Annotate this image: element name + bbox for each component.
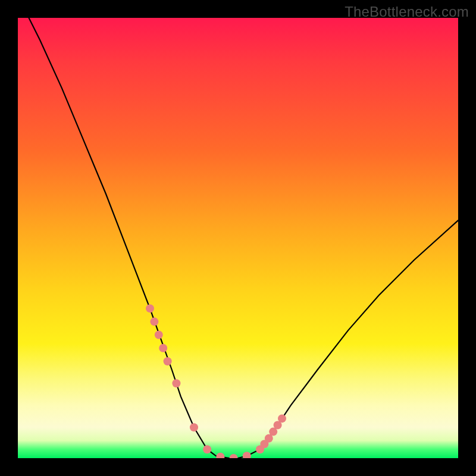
data-point — [216, 453, 224, 458]
data-point — [230, 454, 238, 458]
data-point — [190, 423, 198, 431]
data-point — [159, 344, 167, 352]
watermark-text: TheBottleneck.com — [345, 4, 469, 20]
bottleneck-curve — [18, 18, 458, 458]
data-point — [146, 304, 154, 312]
plot-area — [18, 18, 458, 458]
data-point-markers — [146, 304, 286, 458]
curve-layer — [18, 18, 458, 458]
data-point — [278, 414, 286, 422]
data-point — [155, 331, 163, 339]
chart-container: TheBottleneck.com — [0, 0, 476, 476]
data-point — [203, 445, 211, 453]
data-point — [172, 379, 180, 387]
data-point — [164, 357, 172, 365]
data-point — [243, 452, 251, 458]
data-point — [150, 318, 158, 326]
